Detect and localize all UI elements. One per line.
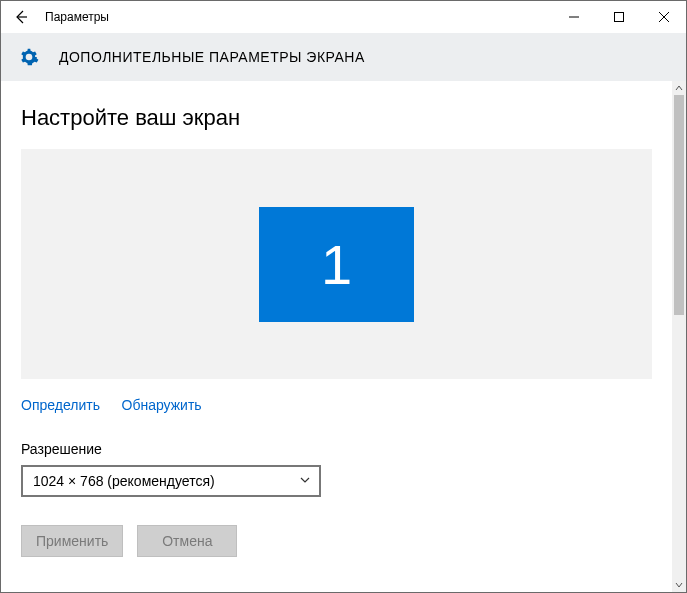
chevron-down-icon	[299, 473, 311, 489]
monitor-preview-area: 1	[21, 149, 652, 379]
subheader: ДОПОЛНИТЕЛЬНЫЕ ПАРАМЕТРЫ ЭКРАНА	[1, 33, 686, 81]
maximize-icon	[614, 12, 624, 22]
resolution-dropdown[interactable]: 1024 × 768 (рекомендуется)	[21, 465, 321, 497]
resolution-value: 1024 × 768 (рекомендуется)	[33, 473, 215, 489]
detect-link[interactable]: Обнаружить	[122, 397, 202, 413]
scrollbar[interactable]	[672, 81, 686, 592]
gear-icon	[19, 47, 39, 67]
scroll-up-arrow-icon[interactable]	[672, 81, 686, 95]
page-title: Настройте ваш экран	[21, 105, 652, 131]
window-title: Параметры	[41, 10, 109, 24]
window-controls	[551, 1, 686, 33]
back-button[interactable]	[1, 1, 41, 33]
close-button[interactable]	[641, 1, 686, 33]
close-icon	[659, 12, 669, 22]
resolution-label: Разрешение	[21, 441, 652, 457]
display-links: Определить Обнаружить	[21, 397, 652, 413]
svg-rect-0	[614, 13, 623, 22]
titlebar: Параметры	[1, 1, 686, 33]
maximize-button[interactable]	[596, 1, 641, 33]
monitor-label: 1	[321, 232, 352, 297]
minimize-button[interactable]	[551, 1, 596, 33]
content: Настройте ваш экран 1 Определить Обнаруж…	[1, 81, 672, 592]
cancel-button[interactable]: Отмена	[137, 525, 237, 557]
monitor-1[interactable]: 1	[259, 207, 414, 322]
scroll-down-arrow-icon[interactable]	[672, 578, 686, 592]
scroll-thumb[interactable]	[674, 95, 684, 315]
arrow-left-icon	[13, 9, 29, 25]
apply-button-label: Применить	[36, 533, 108, 549]
subheader-title: ДОПОЛНИТЕЛЬНЫЕ ПАРАМЕТРЫ ЭКРАНА	[59, 49, 365, 65]
cancel-button-label: Отмена	[162, 533, 212, 549]
minimize-icon	[569, 12, 579, 22]
button-row: Применить Отмена	[21, 525, 652, 557]
identify-link[interactable]: Определить	[21, 397, 100, 413]
apply-button[interactable]: Применить	[21, 525, 123, 557]
